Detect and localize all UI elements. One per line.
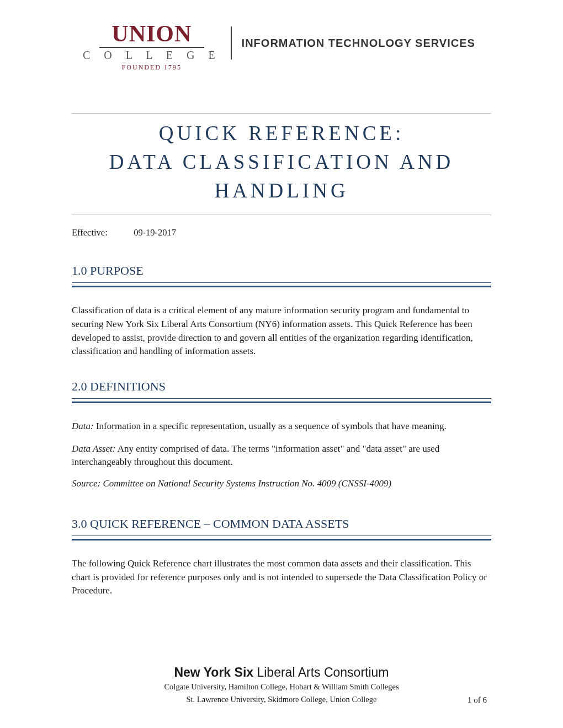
logo-union-text: UNION (83, 22, 221, 45)
section-heading-quickref: 3.0 QUICK REFERENCE – COMMON DATA ASSETS (72, 517, 491, 531)
logo-founded-text: FOUNDED 1795 (83, 63, 221, 72)
title-line-3: HANDLING (72, 176, 491, 205)
header-logo-block: UNION C O L L E G E FOUNDED 1795 INFORMA… (83, 22, 491, 72)
section-heading-purpose: 1.0 PURPOSE (72, 264, 491, 278)
logo-divider (231, 26, 232, 60)
logo-rule (99, 47, 204, 48)
logo-college-text: C O L L E G E (83, 49, 221, 61)
union-college-logo: UNION C O L L E G E FOUNDED 1795 (83, 22, 221, 72)
purpose-body: Classification of data is a critical ele… (72, 304, 491, 358)
footer-title-bold: New York Six (174, 665, 253, 679)
page-number: 1 of 6 (468, 695, 487, 705)
def-term-asset: Data Asset: (72, 443, 116, 454)
definition-data: Data: Information in a specific represen… (72, 420, 491, 433)
def-text-asset: Any entity comprised of data. The terms … (72, 443, 439, 468)
section-heading-definitions: 2.0 DEFINITIONS (72, 379, 491, 394)
footer-title-rest: Liberal Arts Consortium (253, 665, 389, 679)
section-rule-quickref (72, 536, 491, 540)
title-line-1: QUICK REFERENCE: (72, 119, 491, 148)
effective-row: Effective: 09-19-2017 (72, 227, 491, 238)
section-rule-purpose (72, 282, 491, 287)
definition-data-asset: Data Asset: Any entity comprised of data… (72, 442, 491, 469)
quickref-body: The following Quick Reference chart illu… (72, 557, 491, 598)
title-block: QUICK REFERENCE: DATA CLASSIFICATION AND… (72, 113, 491, 215)
footer-title: New York Six Liberal Arts Consortium (0, 665, 563, 680)
effective-label: Effective: (72, 227, 131, 238)
title-line-2: DATA CLASSIFICATION AND (72, 148, 491, 176)
section-rule-definitions (72, 398, 491, 403)
definitions-source: Source: Committee on National Security S… (72, 478, 491, 489)
footer-colleges-line1: Colgate University, Hamilton College, Ho… (0, 681, 563, 692)
its-label: INFORMATION TECHNOLOGY SERVICES (242, 37, 475, 50)
def-text-data: Information in a specific representation… (94, 421, 447, 431)
def-term-data: Data: (72, 421, 94, 431)
effective-date: 09-19-2017 (134, 227, 176, 238)
